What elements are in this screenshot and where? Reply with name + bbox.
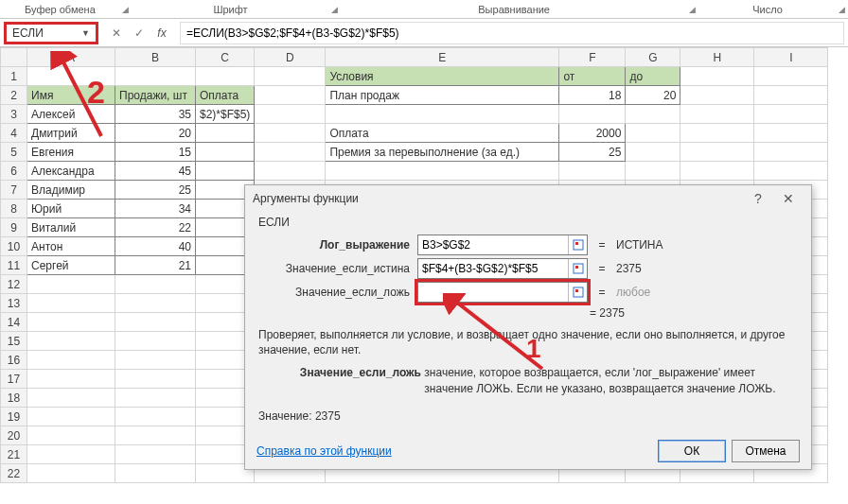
cell-E5[interactable]: Премия за перевыполнение (за ед.)	[326, 143, 559, 162]
cancel-formula-button[interactable]: ✕	[108, 25, 125, 42]
cancel-button[interactable]: Отмена	[732, 440, 800, 462]
row-header-4[interactable]: 4	[1, 124, 27, 143]
confirm-formula-button[interactable]: ✓	[131, 25, 148, 42]
cell-F1[interactable]: от	[559, 67, 626, 86]
row-header-11[interactable]: 11	[1, 256, 27, 275]
row-header-12[interactable]: 12	[1, 275, 27, 294]
cell-F2[interactable]: 18	[559, 86, 626, 105]
row-header-20[interactable]: 20	[1, 426, 27, 445]
ok-button[interactable]: ОК	[658, 440, 726, 462]
row-header-8[interactable]: 8	[1, 200, 27, 218]
col-header-E[interactable]: E	[326, 48, 559, 67]
cell-B11[interactable]: 21	[115, 256, 196, 275]
row-header-14[interactable]: 14	[1, 313, 27, 332]
cell-A4[interactable]: Дмитрий	[27, 124, 115, 143]
cell-A2[interactable]: Имя	[27, 86, 115, 105]
svg-rect-2	[575, 242, 578, 245]
row-header-1[interactable]: 1	[1, 67, 27, 86]
name-box[interactable]: ЕСЛИ ▼	[4, 22, 98, 44]
align-launcher-icon[interactable]: ◢	[687, 5, 698, 14]
arg2-input[interactable]	[418, 262, 568, 275]
insert-function-button[interactable]: fx	[153, 25, 170, 42]
ribbon-group-labels: Буфер обмена ◢ Шрифт ◢ Выравнивание ◢ Чи…	[0, 0, 848, 19]
cell-A7[interactable]: Владимир	[27, 181, 115, 200]
cell-C3[interactable]: $2)*$F$5)	[196, 105, 255, 124]
cell-C2[interactable]: Оплата	[196, 86, 255, 105]
font-launcher-icon[interactable]: ◢	[329, 5, 341, 14]
col-header-H[interactable]: H	[680, 48, 754, 67]
col-header-F[interactable]: F	[559, 48, 626, 67]
clipboard-launcher-icon[interactable]: ◢	[120, 5, 132, 14]
arg2-label: Значение_если_истина	[258, 262, 410, 275]
function-help-link[interactable]: Справка по этой функции	[256, 444, 392, 458]
row-header-21[interactable]: 21	[1, 445, 27, 464]
row-header-2[interactable]: 2	[1, 86, 27, 105]
row-header-18[interactable]: 18	[1, 389, 27, 408]
dialog-titlebar[interactable]: Аргументы функции ? ✕	[245, 185, 811, 212]
cell-G1[interactable]: до	[626, 67, 680, 86]
cell-B8[interactable]: 34	[115, 200, 196, 218]
row-header-10[interactable]: 10	[1, 237, 27, 256]
value-result: 2375	[315, 409, 341, 423]
row-header-6[interactable]: 6	[1, 162, 27, 181]
group-alignment: Выравнивание	[341, 4, 687, 15]
formula-bar: ЕСЛИ ▼ ✕ ✓ fx	[0, 19, 848, 47]
value-label: Значение:	[258, 409, 312, 423]
group-number: Число	[698, 4, 837, 15]
col-header-A[interactable]: A	[27, 48, 115, 67]
col-header-B[interactable]: B	[115, 48, 196, 67]
overall-result: = 2375	[590, 306, 798, 320]
arg2-ref-button[interactable]	[568, 259, 587, 278]
cell-A11[interactable]: Сергей	[27, 256, 115, 275]
row-header-15[interactable]: 15	[1, 332, 27, 351]
row-header-3[interactable]: 3	[1, 105, 27, 124]
col-header-I[interactable]: I	[754, 48, 828, 67]
arg1-ref-button[interactable]	[568, 235, 587, 254]
cell-B6[interactable]: 45	[115, 162, 196, 181]
cell-A9[interactable]: Виталий	[27, 218, 115, 237]
cell-B3[interactable]: 35	[115, 105, 196, 124]
cell-E4[interactable]: Оплата	[326, 124, 559, 143]
row-header-7[interactable]: 7	[1, 181, 27, 200]
arg3-ref-button[interactable]	[568, 283, 587, 302]
chevron-down-icon[interactable]: ▼	[81, 28, 90, 38]
cell-A5[interactable]: Евгения	[27, 143, 115, 162]
name-box-value: ЕСЛИ	[12, 26, 44, 40]
dialog-title: Аргументы функции	[253, 192, 359, 205]
cell-G2[interactable]: 20	[626, 86, 680, 105]
col-header-C[interactable]: C	[196, 48, 255, 67]
arg3-input[interactable]	[418, 286, 568, 299]
cell-A3[interactable]: Алексей	[27, 105, 115, 124]
row-header-9[interactable]: 9	[1, 218, 27, 237]
cell-B5[interactable]: 15	[115, 143, 196, 162]
cell-F5[interactable]: 25	[559, 143, 626, 162]
row-header-19[interactable]: 19	[1, 408, 27, 426]
cell-B10[interactable]: 40	[115, 237, 196, 256]
cell-F4[interactable]: 2000	[559, 124, 626, 143]
col-header-G[interactable]: G	[626, 48, 680, 67]
col-header-D[interactable]: D	[255, 48, 326, 67]
arg1-input[interactable]	[418, 238, 568, 252]
row-header-22[interactable]: 22	[1, 464, 27, 483]
cell-B9[interactable]: 22	[115, 218, 196, 237]
formula-input[interactable]	[180, 22, 844, 44]
svg-rect-4	[575, 266, 578, 269]
cell-B7[interactable]: 25	[115, 181, 196, 200]
cell-A10[interactable]: Антон	[27, 237, 115, 256]
cell-A8[interactable]: Юрий	[27, 200, 115, 218]
cell-B4[interactable]: 20	[115, 124, 196, 143]
row-header-16[interactable]: 16	[1, 351, 27, 370]
arg3-label: Значение_если_ложь	[258, 286, 410, 299]
dialog-help-button[interactable]: ?	[743, 187, 773, 210]
row-header-17[interactable]: 17	[1, 370, 27, 389]
cell-B2[interactable]: Продажи, шт	[115, 86, 196, 105]
cell-E2[interactable]: План продаж	[326, 86, 559, 105]
row-header-5[interactable]: 5	[1, 143, 27, 162]
cell-E1[interactable]: Условия	[326, 67, 559, 86]
cell-A6[interactable]: Александра	[27, 162, 115, 181]
function-arguments-dialog: Аргументы функции ? ✕ ЕСЛИ Лог_выражение…	[244, 184, 812, 470]
dialog-close-button[interactable]: ✕	[773, 187, 804, 210]
select-all-corner[interactable]	[1, 48, 27, 67]
number-launcher-icon[interactable]: ◢	[837, 5, 848, 14]
row-header-13[interactable]: 13	[1, 294, 27, 313]
